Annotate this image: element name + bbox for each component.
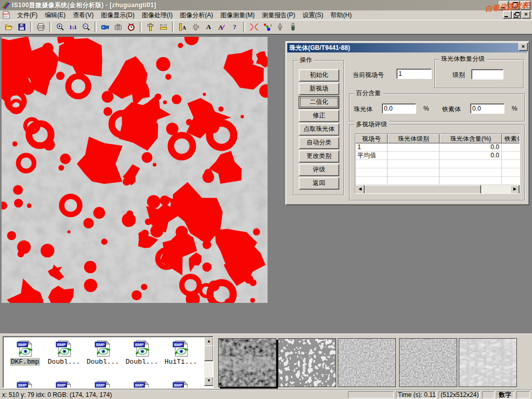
close-button[interactable]: × (521, 1, 530, 10)
print-button[interactable] (34, 21, 47, 33)
pearlite-dialog: 珠光体(GB/T9441-88) × 操作 初始化 新视场 二值化 修正 点取珠… (285, 41, 529, 205)
curve-button[interactable] (247, 21, 260, 33)
file-name: HuiTi... (164, 358, 198, 366)
init-button[interactable]: 初始化 (299, 69, 339, 82)
file-item[interactable]: DKF.bmp (6, 340, 44, 366)
level-label: 级别 (453, 71, 465, 79)
file-item[interactable] (123, 380, 161, 388)
table-row[interactable]: 平均值 0.0 (355, 152, 520, 160)
picker-button[interactable] (273, 21, 286, 33)
measure-text-button[interactable]: A (176, 21, 189, 33)
thumbnail-3[interactable] (338, 338, 396, 387)
file-name: Doubl... (47, 358, 81, 366)
child-restore-button[interactable] (512, 11, 521, 19)
file-item[interactable]: Doubl... (123, 340, 161, 366)
file-item[interactable]: Doubl... (45, 340, 83, 366)
menu-item-edit[interactable]: 编辑(E) (41, 10, 69, 20)
menu-item-file[interactable]: 文件(F) (14, 10, 41, 20)
pearlite-percent-sign: % (423, 105, 429, 112)
scrollbar-thumb[interactable] (204, 345, 214, 361)
menu-item-image-display[interactable]: 图像显示(D) (97, 10, 138, 20)
scroll-down-button[interactable]: ▼ (204, 377, 214, 386)
thumbnail-4[interactable] (399, 338, 457, 387)
thumbnail-5[interactable] (459, 338, 517, 387)
menu-item-report[interactable]: 测量报告(P) (258, 10, 299, 20)
bmp-file-icon (55, 340, 73, 357)
minimize-button[interactable] (499, 1, 509, 10)
caliper-button[interactable] (144, 21, 157, 33)
scroll-left-button[interactable]: ◀ (355, 185, 365, 194)
new-field-button[interactable]: 新视场 (299, 83, 339, 95)
restore-button[interactable] (510, 1, 520, 10)
file-item[interactable] (6, 380, 44, 388)
video-button[interactable] (99, 21, 112, 33)
change-class-button[interactable]: 更改类别 (299, 150, 339, 163)
rate-button[interactable]: 评级 (299, 164, 339, 176)
thumbnail-2[interactable] (278, 338, 336, 387)
pearlite-percent-input[interactable]: 0.0 (382, 103, 416, 114)
child-minimize-button[interactable] (503, 11, 512, 19)
bmp-file-icon (133, 380, 151, 388)
table-horizontal-scrollbar[interactable]: ◀ ▶ (355, 185, 520, 193)
zoom-in-icon (56, 23, 64, 31)
curve-icon (249, 22, 259, 32)
file-item[interactable] (84, 380, 122, 388)
menu-item-help[interactable]: 帮助(H) (327, 10, 355, 20)
menu-item-settings[interactable]: 设置(S) (299, 10, 327, 20)
return-button[interactable]: 返回 (299, 177, 339, 190)
timer-clock-icon (127, 23, 136, 31)
particles-button[interactable]: 3 (260, 21, 273, 33)
text-button[interactable]: A (202, 21, 215, 33)
zoom-out-button[interactable] (79, 21, 92, 33)
file-item[interactable]: HuiTi... (162, 340, 200, 366)
table-row[interactable]: 1 0.0 (355, 143, 520, 152)
specimen-image[interactable] (2, 37, 268, 303)
file-item[interactable] (162, 380, 200, 388)
file-item[interactable] (45, 380, 83, 388)
dialog-title-bar[interactable]: 珠光体(GB/T9441-88) (287, 43, 527, 52)
brush-button[interactable] (286, 21, 299, 33)
annotate-button[interactable]: A (215, 21, 228, 33)
thumbnail-1[interactable] (218, 338, 276, 387)
file-list-scrollbar[interactable]: ▲ ▼ (204, 337, 212, 386)
file-name: Doubl... (86, 358, 120, 366)
status-blank-panel (348, 391, 394, 398)
menu-item-image-analysis[interactable]: 图像分析(A) (176, 10, 217, 20)
ferrite-percent-input[interactable]: 0.0 (470, 103, 504, 114)
current-field-input[interactable]: 1 (396, 69, 432, 79)
correct-button[interactable]: 修正 (299, 110, 339, 122)
zoom-in-button[interactable] (54, 21, 66, 33)
rating-table[interactable]: 视场号 珠光体级别 珠光体含量(%) 铁素体含量(%) 1 0.0 平均值 0.… (355, 134, 520, 194)
timer-button[interactable] (125, 21, 138, 33)
actual-size-button[interactable]: 1:1 (66, 21, 79, 33)
menu-item-view[interactable]: 查看(V) (69, 10, 97, 20)
cell-pearlite: 0.0 (440, 152, 502, 160)
table-row-empty (355, 168, 520, 177)
help-button[interactable]: ? (228, 21, 241, 33)
open-button[interactable] (2, 21, 15, 33)
header-ferrite: 铁素体含量(%) (502, 134, 520, 143)
svg-text:DOC: DOC (3, 12, 9, 16)
status-blank-panel (482, 391, 495, 398)
file-item[interactable]: Doubl... (84, 340, 122, 366)
file-browser[interactable]: DKF.bmp Doubl... Doubl... Doubl... HuiTi… (3, 336, 214, 388)
pearlite-label: 珠光体 (354, 105, 373, 114)
binarize-button[interactable]: 二值化 (299, 96, 339, 109)
auto-classify-button[interactable]: 自动分类 (299, 137, 339, 149)
pen-nib-icon (276, 23, 284, 31)
level-input[interactable] (471, 69, 503, 79)
bottom-panel: DKF.bmp Doubl... Doubl... Doubl... HuiTi… (0, 334, 532, 390)
child-close-button[interactable]: × (522, 11, 530, 19)
scroll-right-button[interactable]: ▶ (510, 185, 520, 194)
scrollbar-thumb[interactable] (365, 185, 481, 194)
menu-item-image-process[interactable]: 图像处理(I) (138, 10, 176, 20)
camera-icon (114, 23, 123, 31)
capture-button[interactable] (112, 21, 125, 33)
menu-item-image-measure[interactable]: 图像测量(M) (217, 10, 258, 20)
ruler-button[interactable] (157, 21, 170, 33)
save-button[interactable] (15, 21, 28, 33)
window-title: IS100显微摄像系统(金相分析版) - [zhuguangti01] (12, 1, 156, 10)
merge-button[interactable] (189, 21, 202, 33)
dialog-close-button[interactable]: × (518, 43, 528, 51)
pick-pearlite-button[interactable]: 点取珠光体 (299, 123, 339, 136)
